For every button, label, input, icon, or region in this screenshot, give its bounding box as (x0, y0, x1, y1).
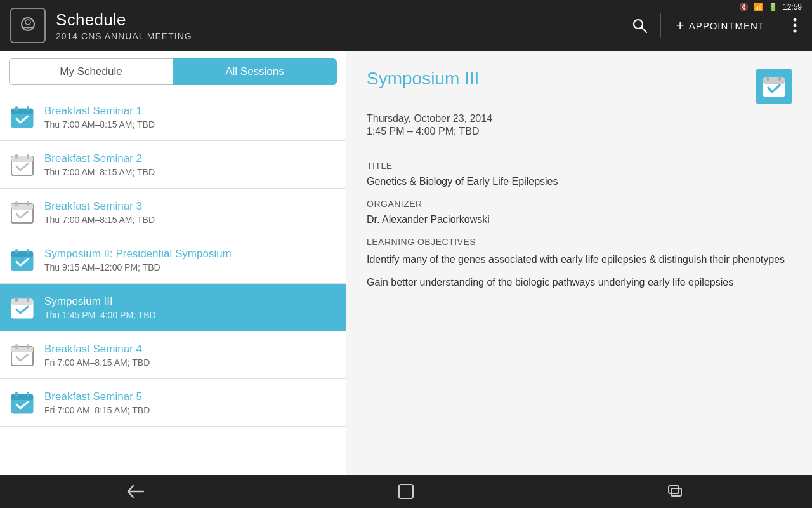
session-item-7[interactable]: Breakfast Seminar 5 Fri 7:00 AM–8:15 AM;… (0, 379, 346, 427)
organizer-label: ORGANIZER (367, 199, 792, 209)
add-appointment-button[interactable]: + APPOINTMENT (669, 12, 772, 39)
session-title-6: Breakfast Seminar 4 (44, 343, 337, 356)
session-title-2: Breakfast Seminar 2 (44, 152, 337, 165)
divider (660, 13, 661, 38)
battery-icon: 🔋 (768, 3, 778, 11)
session-time-6: Fri 7:00 AM–8:15 AM; TBD (44, 358, 337, 368)
recents-button[interactable] (647, 479, 705, 504)
session-time-7: Fri 7:00 AM–8:15 AM; TBD (44, 405, 337, 415)
topbar-title-block: Schedule 2014 CNS ANNUAL MEETING (56, 10, 626, 41)
svg-rect-42 (671, 488, 681, 496)
detail-divider-1 (367, 150, 792, 150)
session-time-1: Thu 7:00 AM–8:15 AM; TBD (44, 119, 337, 130)
svg-rect-8 (11, 109, 33, 114)
svg-rect-22 (27, 249, 29, 254)
session-info-6: Breakfast Seminar 4 Fri 7:00 AM–8:15 AM;… (44, 343, 337, 368)
topbar-actions: + APPOINTMENT (626, 12, 802, 39)
calendar-unchecked-icon-3 (9, 199, 36, 225)
my-schedule-tab[interactable]: My Schedule (9, 58, 173, 85)
objective-2: Gain better understanding of the biologi… (367, 275, 792, 290)
calendar-checked-icon-5 (9, 294, 36, 321)
wifi-icon: 📶 (754, 3, 763, 11)
session-item-3[interactable]: Breakfast Seminar 3 Thu 7:00 AM–8:15 AM;… (0, 189, 346, 236)
session-title-1: Breakfast Seminar 1 (44, 105, 337, 117)
app-logo (10, 8, 46, 43)
session-list: Breakfast Seminar 1 Thu 7:00 AM–8:15 AM;… (0, 93, 346, 475)
svg-rect-17 (15, 201, 18, 206)
detail-header: Symposium III (367, 69, 792, 104)
main-content: My Schedule All Sessions Breakfast Semi (0, 51, 812, 475)
objectives-label: LEARNING OBJECTIVES (367, 237, 792, 247)
svg-rect-20 (11, 251, 33, 257)
session-item-4[interactable]: Symposium II: Presidential Symposium Thu… (0, 236, 346, 284)
appointment-label: APPOINTMENT (689, 20, 764, 31)
svg-point-6 (794, 30, 797, 33)
svg-rect-33 (15, 392, 18, 397)
svg-rect-32 (11, 394, 33, 400)
svg-rect-28 (11, 347, 33, 352)
session-item-5[interactable]: Symposium III Thu 1:45 PM–4:00 PM; TBD (0, 284, 346, 331)
svg-rect-18 (27, 201, 29, 206)
session-time-4: Thu 9:15 AM–12:00 PM; TBD (44, 262, 337, 272)
home-button[interactable] (377, 478, 435, 505)
svg-rect-21 (15, 249, 18, 254)
search-button[interactable] (626, 12, 653, 39)
svg-rect-34 (27, 392, 29, 397)
svg-rect-36 (763, 78, 785, 84)
svg-rect-10 (27, 106, 29, 111)
bottom-nav (0, 475, 812, 508)
back-button[interactable] (107, 479, 165, 504)
calendar-unchecked-icon-6 (9, 342, 36, 368)
objective-1: Identify many of the genes associated wi… (367, 252, 792, 267)
session-time-3: Thu 7:00 AM–8:15 AM; TBD (44, 215, 337, 225)
svg-rect-29 (15, 344, 18, 349)
status-bar: 🔇 📶 🔋 12:59 (739, 3, 802, 11)
svg-point-1 (25, 20, 30, 25)
plus-icon: + (676, 17, 685, 34)
svg-point-5 (794, 24, 797, 27)
detail-objectives-section: LEARNING OBJECTIVES Identify many of the… (367, 237, 792, 290)
mute-icon: 🔇 (739, 3, 749, 11)
svg-rect-26 (27, 297, 29, 302)
session-item-2[interactable]: Breakfast Seminar 2 Thu 7:00 AM–8:15 AM;… (0, 141, 346, 189)
divider2 (780, 13, 780, 38)
detail-organizer-section: ORGANIZER Dr. Alexander Paciorkowski (367, 199, 792, 225)
session-info-3: Breakfast Seminar 3 Thu 7:00 AM–8:15 AM;… (44, 200, 337, 225)
toggle-bar: My Schedule All Sessions (0, 51, 346, 93)
more-options-button[interactable] (788, 13, 802, 38)
svg-rect-25 (15, 297, 18, 302)
session-item-1[interactable]: Breakfast Seminar 1 Thu 7:00 AM–8:15 AM;… (0, 93, 346, 141)
calendar-checked-icon-4 (9, 246, 36, 273)
svg-rect-41 (669, 486, 679, 493)
session-item-6[interactable]: Breakfast Seminar 4 Fri 7:00 AM–8:15 AM;… (0, 331, 346, 379)
right-panel: Symposium III Thursday, October 23, 2014… (346, 51, 812, 475)
app-subtitle: 2014 CNS ANNUAL MEETING (56, 31, 626, 41)
svg-point-4 (794, 18, 797, 22)
all-sessions-tab[interactable]: All Sessions (173, 58, 337, 85)
svg-rect-37 (767, 76, 769, 81)
calendar-unchecked-icon-2 (9, 151, 36, 178)
add-to-schedule-button[interactable] (756, 69, 792, 104)
session-info-1: Breakfast Seminar 1 Thu 7:00 AM–8:15 AM;… (44, 105, 337, 130)
session-info-4: Symposium II: Presidential Symposium Thu… (44, 248, 337, 272)
session-info-7: Breakfast Seminar 5 Fri 7:00 AM–8:15 AM;… (44, 391, 337, 415)
session-info-2: Breakfast Seminar 2 Thu 7:00 AM–8:15 AM;… (44, 152, 337, 177)
session-info-5: Symposium III Thu 1:45 PM–4:00 PM; TBD (44, 295, 337, 320)
calendar-checked-icon-1 (9, 104, 36, 130)
title-label: TITLE (367, 161, 792, 171)
app-title: Schedule (56, 10, 626, 30)
session-title-4: Symposium II: Presidential Symposium (44, 248, 337, 260)
session-title-7: Breakfast Seminar 5 (44, 391, 337, 403)
svg-rect-30 (27, 344, 29, 349)
svg-rect-14 (27, 154, 29, 159)
detail-title: Symposium III (367, 69, 479, 89)
organizer-value: Dr. Alexander Paciorkowski (367, 214, 792, 225)
topbar: Schedule 2014 CNS ANNUAL MEETING + APPOI… (0, 0, 812, 51)
session-time-2: Thu 7:00 AM–8:15 AM; TBD (44, 167, 337, 177)
session-title-3: Breakfast Seminar 3 (44, 200, 337, 213)
svg-line-3 (641, 28, 646, 33)
svg-rect-9 (15, 106, 18, 111)
clock: 12:59 (783, 3, 802, 11)
session-time-5: Thu 1:45 PM–4:00 PM; TBD (44, 310, 337, 320)
calendar-checked-icon-7 (9, 389, 36, 416)
